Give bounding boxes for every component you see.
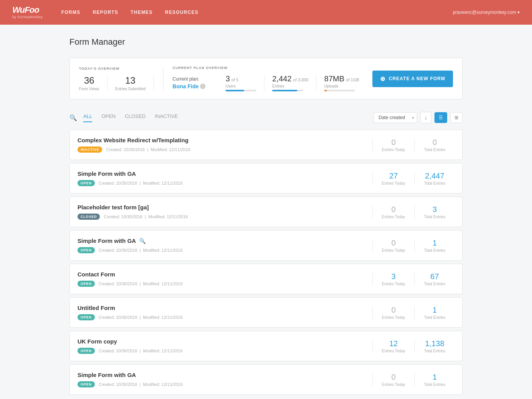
user-menu[interactable]: praveenc@surveymonkey.com ▾ [453, 10, 520, 15]
total-entries-stat: 2,447 Total Entries [414, 172, 455, 185]
entries-of: of 3,000 [293, 77, 308, 82]
form-info: Simple Form with GA 🔍 OPEN Created: 10/3… [77, 237, 372, 253]
entries-today-stat: 0 Entries Today [372, 373, 414, 387]
logo-text: WuFoo [12, 6, 43, 14]
today-overview: TODAY'S OVERVIEW 36 Form Views 13 Entrie… [79, 67, 154, 91]
form-card[interactable]: Complex Website Redirect w/Templating IN… [69, 130, 463, 160]
form-card[interactable]: Simple Form with GA OPEN Created: 10/30/… [69, 364, 463, 395]
form-title: Contact Form [77, 271, 372, 278]
form-card[interactable]: Simple Form with GA 🔍 OPEN Created: 10/3… [69, 230, 463, 261]
entries-today-stat: 3 Entries Today [372, 272, 414, 286]
total-entries-stat: 0 Total Entries [414, 138, 455, 152]
entries-submitted-stat: 13 Entries Submitted [108, 75, 154, 91]
logo[interactable]: WuFoo by SurveyMonkey [12, 6, 43, 19]
total-entries-value: 1 [433, 373, 437, 382]
form-stats: 0 Entries Today 3 Total Entries [372, 205, 455, 219]
tab-closed[interactable]: CLOSED [125, 113, 145, 122]
create-btn-wrap: ⊕ CREATE A NEW FORM [372, 71, 453, 87]
entries-metric: 2,442 of 3,000 Entries [264, 74, 317, 91]
plan-metrics: 3 of 5 Users 2,442 of 3,000 [218, 74, 367, 91]
entries-today-value: 0 [391, 306, 396, 315]
form-card[interactable]: Simple Form with GA OPEN Created: 10/30/… [69, 163, 463, 194]
today-label: TODAY'S OVERVIEW [79, 67, 154, 71]
navbar-links: FORMS REPORTS THEMES RESOURCES [61, 10, 453, 15]
total-entries-label: Total Entries [424, 282, 445, 286]
users-label: Users [226, 84, 256, 88]
form-stats: 27 Entries Today 2,447 Total Entries [372, 172, 455, 185]
entries-metric-top: 2,442 of 3,000 [272, 74, 308, 83]
nav-resources[interactable]: RESOURCES [165, 10, 199, 15]
entries-bar [272, 90, 297, 91]
form-info: Simple Form with GA OPEN Created: 10/30/… [77, 372, 372, 387]
tab-all[interactable]: ALL [83, 113, 92, 122]
uploads-num: 87MB [324, 74, 344, 83]
form-meta: INACTIVE Created: 10/30/2016 | Modified:… [77, 146, 372, 153]
entries-label: Entries [272, 84, 308, 88]
current-plan: Current plan: Bona Fide i [173, 76, 206, 89]
total-entries-label: Total Entries [424, 382, 445, 387]
plan-section: CURRENT PLAN OVERVIEW Current plan: Bona… [173, 66, 367, 91]
nav-themes[interactable]: THEMES [131, 10, 153, 15]
form-card[interactable]: Contact Form OPEN Created: 10/30/2016 | … [69, 264, 463, 294]
nav-reports[interactable]: REPORTS [93, 10, 118, 15]
status-badge: OPEN [77, 314, 95, 320]
form-card[interactable]: Placeholder test form [ga] CLOSED Create… [69, 197, 463, 227]
form-views-label: Form Views [79, 87, 99, 91]
users-bar-wrap [226, 90, 256, 91]
form-dates: Created: 10/30/2016 | Modified: 12/11/20… [99, 248, 183, 253]
sort-select[interactable]: Date created Date modified Name [374, 112, 417, 123]
entries-today-stat: 0 Entries Today [372, 138, 414, 152]
entries-today-stat: 12 Entries Today [372, 339, 414, 353]
form-views-stat: 36 Form Views [79, 75, 108, 91]
create-btn-label: CREATE A NEW FORM [389, 76, 445, 81]
entries-today-label: Entries Today [382, 148, 405, 152]
form-title: Complex Website Redirect w/Templating [77, 137, 372, 143]
total-entries-value: 0 [433, 138, 437, 147]
form-title: UK Form copy [77, 338, 372, 345]
form-info: Placeholder test form [ga] CLOSED Create… [77, 204, 372, 220]
form-meta: OPEN Created: 10/30/2016 | Modified: 12/… [77, 281, 372, 287]
search-icon[interactable]: 🔍 [69, 114, 77, 121]
form-dates: Created: 10/30/2016 | Modified: 12/11/20… [99, 315, 183, 320]
tab-open[interactable]: OPEN [101, 113, 116, 122]
total-entries-value: 67 [430, 272, 439, 281]
entries-bar-wrap [272, 90, 303, 91]
plan-name-static: Current plan: [173, 76, 199, 82]
entries-today-label: Entries Today [382, 282, 405, 286]
entries-num: 2,442 [272, 74, 291, 83]
list-view-button[interactable]: ☰ [434, 112, 447, 123]
total-entries-label: Total Entries [424, 315, 445, 320]
form-stats: 12 Entries Today 1,138 Total Entries [372, 339, 455, 353]
forms-list: Complex Website Redirect w/Templating IN… [69, 130, 463, 395]
entries-today-label: Entries Today [382, 382, 405, 387]
entries-today-value: 0 [391, 138, 396, 147]
total-entries-stat: 1 Total Entries [414, 306, 455, 320]
users-num: 3 [226, 74, 230, 83]
total-entries-stat: 67 Total Entries [414, 272, 455, 286]
today-stats: 36 Form Views 13 Entries Submitted [79, 75, 154, 91]
plan-label: CURRENT PLAN OVERVIEW [173, 66, 367, 70]
users-metric-top: 3 of 5 [226, 74, 256, 83]
entries-today-value: 0 [391, 205, 396, 214]
form-card[interactable]: Untitled Form OPEN Created: 10/30/2016 |… [69, 297, 463, 328]
form-dates: Created: 10/30/2016 | Modified: 12/11/20… [99, 348, 183, 353]
sort-direction-button[interactable]: ↓ [420, 112, 431, 123]
entries-today-label: Entries Today [382, 181, 405, 185]
total-entries-stat: 1 Total Entries [414, 239, 455, 253]
users-bar [226, 90, 244, 91]
form-card[interactable]: UK Form copy OPEN Created: 10/30/2016 | … [69, 331, 463, 361]
nav-forms[interactable]: FORMS [61, 10, 80, 15]
uploads-metric: 87MB of 1GB Uploads [317, 74, 367, 91]
total-entries-label: Total Entries [424, 349, 445, 353]
grid-view-button[interactable]: ⊞ [450, 112, 463, 123]
form-meta: OPEN Created: 10/30/2016 | Modified: 12/… [77, 348, 372, 354]
entries-today-label: Entries Today [382, 215, 405, 219]
plan-info-icon[interactable]: i [200, 84, 205, 89]
total-entries-label: Total Entries [424, 148, 445, 152]
form-dates: Created: 10/30/2016 | Modified: 12/11/20… [104, 214, 188, 219]
tab-inactive[interactable]: INACTIVE [155, 113, 178, 122]
form-meta: OPEN Created: 10/30/2016 | Modified: 12/… [77, 180, 372, 186]
create-new-form-button[interactable]: ⊕ CREATE A NEW FORM [372, 71, 453, 87]
total-entries-value: 3 [433, 205, 437, 214]
form-title: Placeholder test form [ga] [77, 204, 372, 210]
